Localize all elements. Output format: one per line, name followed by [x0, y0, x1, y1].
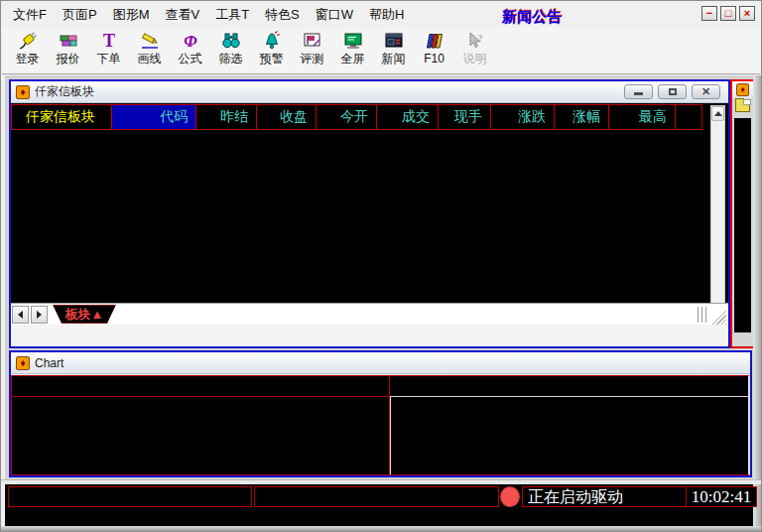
board-window: ♦ 仟家信板块 ✕ 仟家信板块 代码 昨结 收盘 今开 成交 现手 涨跌	[9, 79, 730, 348]
column-header-code[interactable]: 代码	[112, 105, 196, 129]
svg-text:T: T	[102, 31, 114, 51]
restore-glyph-icon	[669, 88, 677, 95]
menu-window[interactable]: 窗口W	[308, 4, 361, 26]
splitter-handle[interactable]	[698, 307, 709, 323]
column-header-high[interactable]: 最高	[609, 105, 676, 129]
toolbar-formula-button[interactable]: Φ 公式	[170, 30, 210, 72]
toolbar-fullscreen-label: 全屏	[341, 52, 365, 66]
toolbar-evaluate-button[interactable]: 评测	[292, 30, 332, 72]
column-header-open[interactable]: 今开	[317, 105, 377, 129]
toolbar-order-label: 下单	[97, 52, 121, 66]
status-message: 正在启动驱动	[522, 486, 687, 507]
arrow-left-icon	[18, 311, 23, 319]
column-header-change[interactable]: 涨跌	[491, 105, 555, 129]
column-header-close[interactable]: 收盘	[257, 105, 317, 129]
chart-divider-horizontal-left	[12, 396, 390, 397]
alert-bell-icon	[261, 30, 283, 52]
chart-divider-horizontal-right	[390, 396, 748, 397]
chart-divider-vertical-highlight	[390, 397, 391, 474]
board-window-titlebar[interactable]: ♦ 仟家信板块 ✕	[11, 81, 728, 103]
svg-text:?: ?	[477, 32, 483, 44]
tab-scroll-right-button[interactable]	[31, 306, 48, 324]
f10-books-icon	[424, 30, 445, 52]
menu-special[interactable]: 特色S	[257, 4, 308, 26]
toolbar-f10-button[interactable]: F10	[414, 30, 454, 72]
board-restore-button[interactable]	[658, 84, 687, 99]
minimize-glyph-icon	[634, 92, 643, 95]
sheet-tab-strip: 板块▲	[11, 303, 728, 325]
column-header-cur-lots[interactable]: 现手	[439, 105, 491, 129]
menu-file[interactable]: 文件F	[5, 4, 55, 26]
toolbar-order-button[interactable]: T 下单	[88, 30, 129, 72]
toolbar-drawline-button[interactable]: 画线	[129, 30, 170, 72]
board-minimize-button[interactable]	[624, 84, 653, 99]
svg-text:Φ: Φ	[184, 32, 197, 51]
order-t-icon: T	[98, 30, 120, 52]
toolbar-alert-button[interactable]: 预警	[251, 30, 292, 72]
column-header-volume[interactable]: 成交	[377, 105, 439, 129]
side-panel-list	[733, 117, 752, 333]
side-panel-window: ♦	[730, 79, 755, 348]
filter-binoculars-icon	[220, 30, 242, 52]
tab-scroll-left-button[interactable]	[12, 306, 29, 324]
status-bar: 正在启动驱动 10:02:41	[5, 484, 753, 528]
board-window-title: 仟家信板块	[35, 83, 94, 100]
menu-view[interactable]: 查看V	[157, 4, 207, 26]
menu-page[interactable]: 页面P	[55, 4, 105, 26]
menu-graph[interactable]: 图形M	[105, 4, 158, 26]
formula-phi-icon: Φ	[180, 30, 201, 52]
arrow-right-icon	[37, 311, 42, 319]
app-logo-icon: ♦	[736, 83, 749, 96]
application-window: 文件F 页面P 图形M 查看V 工具T 特色S 窗口W 帮助H 新闻公告 − □…	[0, 0, 762, 532]
board-close-button[interactable]: ✕	[692, 84, 720, 99]
board-table-area: 仟家信板块 代码 昨结 收盘 今开 成交 现手 涨跌 涨幅 最高	[11, 103, 728, 325]
menu-tools[interactable]: 工具T	[207, 4, 257, 26]
fullscreen-monitor-icon	[342, 30, 364, 52]
window-controls: − □ ×	[701, 6, 755, 21]
toolbar-news-button[interactable]: 新闻	[373, 30, 414, 72]
quote-grid-icon	[58, 30, 79, 52]
maximize-button[interactable]: □	[720, 6, 736, 21]
folder-icon[interactable]	[735, 101, 750, 112]
menu-bar: 文件F 页面P 图形M 查看V 工具T 特色S 窗口W 帮助H	[5, 4, 757, 26]
close-button[interactable]: ×	[739, 6, 755, 21]
sheet-tab-board[interactable]: 板块▲	[53, 305, 116, 324]
news-banner[interactable]: 新闻公告	[502, 8, 562, 27]
toolbar-fullscreen-button[interactable]: 全屏	[332, 30, 373, 72]
chart-window-titlebar[interactable]: ♦ Chart	[11, 352, 750, 374]
toolbar-help-label: 说明	[463, 52, 487, 66]
toolbar-formula-label: 公式	[179, 52, 202, 66]
column-header-board-name[interactable]: 仟家信板块	[12, 105, 112, 129]
app-logo-icon: ♦	[16, 85, 30, 99]
chart-window: ♦ Chart	[9, 350, 752, 477]
toolbar-filter-label: 筛选	[219, 52, 243, 66]
toolbar-news-label: 新闻	[382, 52, 406, 66]
toolbar-login-button[interactable]: 登录	[7, 30, 48, 72]
vertical-scrollbar[interactable]	[710, 105, 725, 319]
toolbar: 登录 报价 T 下单 画线	[2, 28, 760, 74]
mdi-workspace: ♦ 仟家信板块 ✕ 仟家信板块 代码 昨结 收盘 今开 成交 现手 涨跌	[5, 75, 755, 479]
status-panel-2	[254, 486, 499, 507]
board-window-controls: ✕	[624, 84, 720, 99]
toolbar-help-button: ? 说明	[454, 30, 495, 72]
menu-help[interactable]: 帮助H	[361, 4, 412, 26]
toolbar-filter-button[interactable]: 筛选	[210, 30, 251, 72]
side-panel-titlebar[interactable]: ♦	[732, 81, 753, 98]
toolbar-quote-button[interactable]: 报价	[48, 30, 88, 72]
connection-status-icon	[500, 486, 520, 507]
toolbar-quote-label: 报价	[57, 52, 80, 66]
toolbar-f10-label: F10	[424, 52, 444, 66]
login-plug-icon	[17, 30, 39, 52]
arrow-up-icon	[714, 111, 722, 116]
column-header-prev-settle[interactable]: 昨结	[196, 105, 257, 129]
app-logo-icon: ♦	[16, 356, 30, 370]
help-cursor-icon: ?	[464, 30, 486, 52]
scroll-up-button[interactable]	[711, 106, 724, 121]
table-header-row: 仟家信板块 代码 昨结 收盘 今开 成交 现手 涨跌 涨幅 最高	[11, 104, 702, 130]
chart-plot-area	[11, 375, 750, 475]
chart-window-title: Chart	[35, 356, 64, 370]
column-header-change-pct[interactable]: 涨幅	[555, 105, 609, 129]
minimize-button[interactable]: −	[701, 6, 717, 21]
resize-grip[interactable]	[711, 310, 726, 325]
window-frame-bottom	[1, 526, 761, 531]
